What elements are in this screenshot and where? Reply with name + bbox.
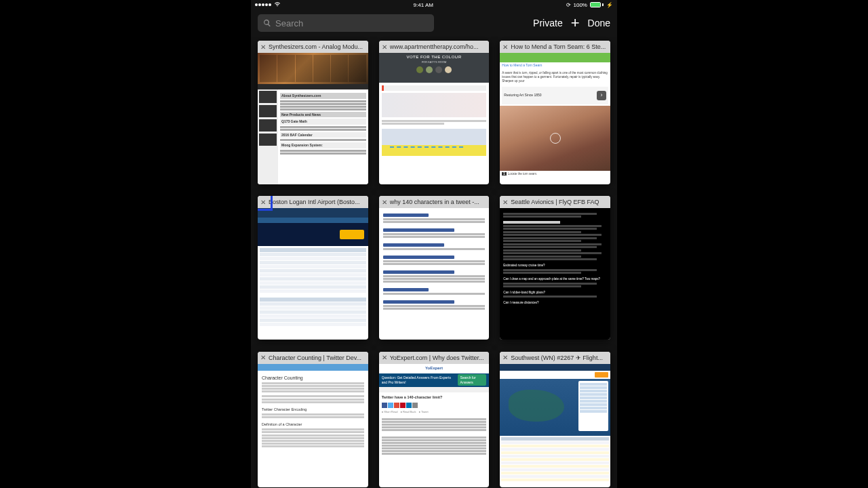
tab-thumbnail: YoExpert Question: Get Detailed Answers … [379,364,490,487]
battery-icon [590,2,604,7]
tab-overview-toolbar: Search Private + Done [251,9,617,37]
orientation-lock-icon: ⟳ [566,2,571,8]
tab-thumbnail: About Synthesizers.com New Products and … [258,53,368,184]
close-tab-button[interactable]: ✕ [260,43,266,51]
tab-header: ✕ www.apartmenttherapy.com/ho... [379,41,490,53]
tab-title: Seattle Avionics | FlyQ EFB FAQ [511,199,608,205]
tab-card[interactable]: ✕ www.apartmenttherapy.com/ho... VOTE FO… [379,41,490,184]
tab-header: ✕ Seattle Avionics | FlyQ EFB FAQ [500,196,610,208]
tab-header: ✕ Boston Logan Intl Airport (Bosto... [258,196,368,208]
tab-thumbnail: How to Mend a Torn Seam A seam that is t… [500,53,610,184]
tab-header: ✕ How to Mend a Torn Seam: 6 Ste... [500,41,610,53]
close-tab-button[interactable]: ✕ [382,199,387,206]
tab-card[interactable]: ✕ Boston Logan Intl Airport (Bosto... [258,196,368,340]
search-field[interactable]: Search [258,14,434,32]
tab-thumbnail [500,364,610,487]
status-time: 9:41 AM [414,2,433,8]
tab-card[interactable]: ✕ YoExpert.com | Why does Twitter... YoE… [379,352,490,487]
search-icon [263,19,271,27]
close-tab-button[interactable]: ✕ [382,43,387,51]
tab-card[interactable]: ✕ Synthesizers.com - Analog Modu... Abou… [258,41,368,184]
tab-card[interactable]: ✕ why 140 characters in a tweet -... [379,196,490,340]
tab-card[interactable]: ✕ Character Counting | Twitter Dev... Ch… [258,352,368,487]
tab-thumbnail [379,208,490,340]
tab-header: ✕ Character Counting | Twitter Dev... [258,352,368,364]
tab-thumbnail [258,208,368,340]
tab-header: ✕ why 140 characters in a tweet -... [379,196,490,208]
battery-percent: 100% [574,2,587,8]
signal-strength-icon [255,3,271,6]
tab-header: ✕ Southwest (WN) #2267 ✈ Flight... [500,352,610,364]
tab-title: Southwest (WN) #2267 ✈ Flight... [511,354,608,361]
tab-thumbnail: Character Counting Twitter Character Enc… [258,364,368,487]
tab-card[interactable]: ✕ Seattle Avionics | FlyQ EFB FAQ Estima… [500,196,610,340]
new-tab-button[interactable]: + [571,16,580,30]
close-tab-button[interactable]: ✕ [502,43,508,51]
close-tab-button[interactable]: ✕ [502,199,508,206]
tab-title: Synthesizers.com - Analog Modu... [269,43,366,50]
tab-title: why 140 characters in a tweet -... [390,199,487,205]
status-bar: 9:41 AM ⟳ 100% ⚡ [251,0,617,9]
tab-grid: ✕ Synthesizers.com - Analog Modu... Abou… [251,37,617,488]
close-tab-button[interactable]: ✕ [382,354,387,361]
close-tab-button[interactable]: ✕ [260,354,266,361]
tab-title: Boston Logan Intl Airport (Bosto... [269,199,366,205]
tab-title: www.apartmenttherapy.com/ho... [390,43,487,50]
tab-header: ✕ Synthesizers.com - Analog Modu... [258,41,368,53]
search-placeholder: Search [275,18,303,28]
tab-header: ✕ YoExpert.com | Why does Twitter... [379,352,490,364]
wifi-icon [274,1,281,8]
ipad-frame: 9:41 AM ⟳ 100% ⚡ Search Private + Done ✕… [251,0,617,488]
tab-title: Character Counting | Twitter Dev... [269,354,366,361]
tab-card[interactable]: ✕ How to Mend a Torn Seam: 6 Ste... How … [500,41,610,184]
tab-thumbnail: Estimated runway cruise time? Can I draw… [500,208,610,340]
private-button[interactable]: Private [533,18,563,28]
done-button[interactable]: Done [588,18,610,28]
tab-thumbnail: VOTE FOR THE COLOUR FOR KATY'S ROOM [379,53,490,184]
tab-card[interactable]: ✕ Southwest (WN) #2267 ✈ Flight... [500,352,610,487]
tab-title: YoExpert.com | Why does Twitter... [390,354,487,361]
close-tab-button[interactable]: ✕ [502,354,508,361]
tutorial-highlight [258,196,273,211]
tab-title: How to Mend a Torn Seam: 6 Ste... [511,43,608,50]
charging-icon: ⚡ [606,2,613,8]
